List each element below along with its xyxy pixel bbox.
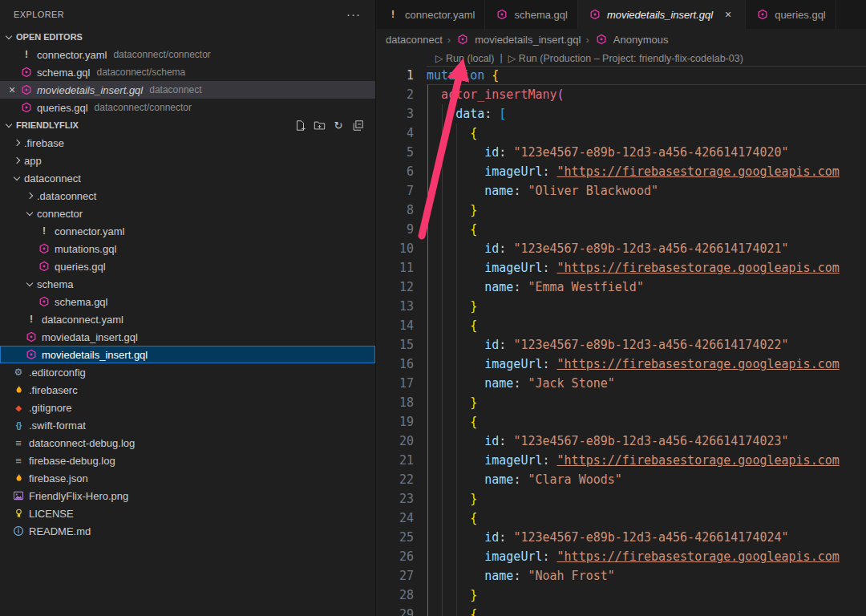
code-line[interactable]: 9 {: [376, 220, 866, 239]
code-token: "123e4567-e89b-12d3-a456-426614174020": [513, 145, 788, 160]
line-number: 5: [376, 143, 427, 162]
license-icon: [11, 507, 26, 520]
open-editor-item[interactable]: schema.gqldataconnect/schema: [0, 63, 375, 81]
code-line[interactable]: 15 id: "123e4567-e89b-12d3-a456-42661417…: [376, 335, 866, 355]
code-line[interactable]: 10 id: "123e4567-e89b-12d3-a456-42661417…: [376, 239, 866, 258]
code-line[interactable]: 28 }: [376, 586, 866, 605]
tree-folder-.dataconnect[interactable]: .dataconnect: [0, 187, 375, 205]
code-line[interactable]: 12 name: "Emma Westfield": [376, 278, 866, 297]
tree-file-schema.gql[interactable]: schema.gql: [0, 293, 375, 310]
code-link[interactable]: "https://firebasestorage.googleapis.com: [557, 261, 840, 275]
tree-file-.gitignore[interactable]: ◆.gitignore: [0, 399, 375, 416]
open-editor-item[interactable]: queries.gqldataconnect/connector: [0, 99, 375, 116]
open-editor-item[interactable]: !connector.yamldataconnect/connector: [0, 46, 375, 63]
code-line[interactable]: 29 {: [376, 605, 866, 616]
tab-moviedetails_insert.gql[interactable]: moviedetails_insert.gql×: [578, 0, 746, 29]
graphql-icon: [495, 8, 509, 21]
code-line[interactable]: 14 {: [376, 316, 866, 335]
tree-file-queries.gql[interactable]: queries.gql: [0, 257, 375, 275]
tree-file-README.md[interactable]: README.md: [0, 522, 375, 540]
refresh-icon[interactable]: ↻: [330, 117, 346, 133]
git-icon: ◆: [11, 401, 26, 414]
code-line[interactable]: 6 imageUrl: "https://firebasestorage.goo…: [376, 162, 866, 181]
code-token: [484, 68, 492, 83]
line-number: 21: [376, 451, 427, 470]
close-icon[interactable]: ×: [5, 83, 19, 96]
code-line[interactable]: 5 id: "123e4567-e89b-12d3-a456-426614174…: [376, 143, 866, 162]
code-line[interactable]: 4 {: [376, 124, 866, 143]
code-line[interactable]: 17 name: "Jack Stone": [376, 374, 866, 393]
code-line[interactable]: 27 name: "Noah Frost": [376, 566, 866, 586]
code-link[interactable]: "https://firebasestorage.googleapis.com: [557, 164, 840, 179]
collapse-all-icon[interactable]: [350, 117, 366, 133]
code-line[interactable]: 25 id: "123e4567-e89b-12d3-a456-42661417…: [376, 528, 866, 547]
tree-file-connector.yaml[interactable]: !connector.yaml: [0, 222, 375, 240]
tree-file-.editorconfig[interactable]: ⚙.editorconfig: [0, 363, 375, 381]
tree-item-label: connector.yaml: [55, 225, 124, 237]
new-file-icon[interactable]: [292, 117, 308, 133]
code-line[interactable]: 23 }: [376, 489, 866, 509]
tree-item-label: dataconnect-debug.log: [29, 437, 135, 449]
tree-folder-dataconnect[interactable]: dataconnect: [0, 169, 375, 187]
code-line[interactable]: 20 id: "123e4567-e89b-12d3-a456-42661417…: [376, 432, 866, 451]
tree-folder-schema[interactable]: schema: [0, 275, 375, 293]
tab-queries.gql[interactable]: queries.gql: [746, 0, 836, 29]
code-line[interactable]: 18 }: [376, 393, 866, 412]
new-folder-icon[interactable]: [311, 117, 327, 133]
breadcrumb-item[interactable]: dataconnect: [386, 34, 443, 46]
code-line[interactable]: 21 imageUrl: "https://firebasestorage.go…: [376, 451, 866, 470]
tree-file-firebase-debug.log[interactable]: ≡firebase-debug.log: [0, 452, 375, 469]
code-line[interactable]: 7 name: "Oliver Blackwood": [376, 181, 866, 201]
tree-folder-.firebase[interactable]: .firebase: [0, 134, 375, 152]
tree-file-moviedata_insert.gql[interactable]: moviedata_insert.gql: [0, 328, 375, 346]
tree-file-moviedetails_insert.gql[interactable]: moviedetails_insert.gql: [0, 346, 375, 363]
more-actions-icon[interactable]: ···: [346, 10, 361, 18]
run-production-link[interactable]: ▷ Run (Production – Project: friendly-fl…: [508, 52, 743, 64]
tree-file-FriendlyFlix-Hero.png[interactable]: FriendlyFlix-Hero.png: [0, 487, 375, 505]
code-token: name: [484, 472, 513, 487]
code-line[interactable]: 13 }: [376, 297, 866, 316]
tree-file-mutations.gql[interactable]: mutations.gql: [0, 240, 375, 257]
info-icon: [11, 525, 26, 537]
code-line[interactable]: 3 data: [: [376, 104, 866, 124]
code-line[interactable]: 8 }: [376, 201, 866, 220]
open-editors-section-header[interactable]: OPEN EDITORS: [0, 28, 375, 46]
open-editor-item[interactable]: ×moviedetails_insert.gqldataconnect: [0, 81, 375, 99]
tree-file-LICENSE[interactable]: LICENSE: [0, 505, 375, 522]
code-line[interactable]: 24 {: [376, 509, 866, 528]
code-token: :: [499, 434, 513, 448]
tree-file-firebase.json[interactable]: firebase.json: [0, 469, 375, 487]
code-token: {: [470, 415, 477, 429]
tab-schema.gql[interactable]: schema.gql: [485, 0, 577, 29]
breadcrumb-item[interactable]: Anonymous: [594, 33, 669, 46]
breadcrumb-item[interactable]: moviedetails_insert.gql: [455, 33, 581, 46]
run-local-link[interactable]: ▷ Run (local): [435, 52, 495, 64]
code-line[interactable]: 19 {: [376, 412, 866, 432]
code-link[interactable]: "https://firebasestorage.googleapis.com: [557, 549, 840, 564]
code-line[interactable]: 1mutation {: [376, 66, 866, 85]
tree-file-.firebaserc[interactable]: .firebaserc: [0, 381, 375, 399]
code-link[interactable]: "https://firebasestorage.googleapis.com: [557, 357, 840, 371]
code-token: [427, 318, 470, 333]
tree-folder-app[interactable]: app: [0, 152, 375, 169]
tree-file-.swift-format[interactable]: {}.swift-format: [0, 416, 375, 434]
code-line[interactable]: 2 actor_insertMany(: [376, 85, 866, 104]
tab-connector.yaml[interactable]: !connector.yaml: [376, 0, 485, 29]
tab-label: queries.gql: [775, 9, 826, 21]
code-token: "Oliver Blackwood": [528, 184, 658, 198]
project-section-header[interactable]: FRIENDLYFLIX ↻: [0, 116, 375, 134]
tree-folder-connector[interactable]: connector: [0, 205, 375, 222]
tree-file-dataconnect.yaml[interactable]: !dataconnect.yaml: [0, 310, 375, 328]
close-icon[interactable]: ×: [721, 8, 735, 21]
code-line[interactable]: 16 imageUrl: "https://firebasestorage.go…: [376, 355, 866, 374]
code-line[interactable]: 22 name: "Clara Woods": [376, 470, 866, 489]
code-line[interactable]: 11 imageUrl: "https://firebasestorage.go…: [376, 258, 866, 278]
code-editor[interactable]: 1mutation {2 actor_insertMany(3 data: [4…: [376, 66, 866, 616]
chevron-right-icon: [24, 189, 37, 202]
tree-file-dataconnect-debug.log[interactable]: ≡dataconnect-debug.log: [0, 434, 375, 452]
line-number: 28: [376, 586, 427, 605]
line-number: 27: [376, 566, 427, 586]
code-line[interactable]: 26 imageUrl: "https://firebasestorage.go…: [376, 547, 866, 566]
code-token: [427, 395, 470, 410]
code-link[interactable]: "https://firebasestorage.googleapis.com: [557, 453, 840, 468]
